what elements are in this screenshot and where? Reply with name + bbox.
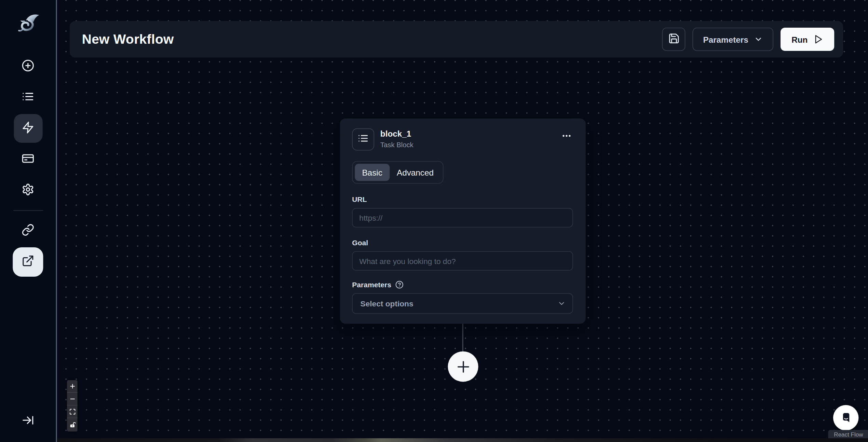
canvas-controls [67, 380, 78, 432]
chat-bubble-icon [839, 411, 853, 425]
circle-plus-icon [22, 59, 34, 74]
url-input[interactable] [352, 208, 573, 227]
sidebar-collapse-button[interactable] [14, 407, 42, 436]
chevron-down-icon [557, 299, 566, 307]
zoom-out-button[interactable] [67, 393, 78, 405]
parameters-button[interactable]: Parameters [693, 28, 773, 51]
link-icon [22, 223, 34, 238]
sidebar-item-integrations[interactable] [14, 216, 42, 245]
zoom-in-icon [69, 383, 76, 389]
external-link-icon [22, 254, 34, 270]
task-block-node[interactable]: block_1 Task Block Basic Advanced URL Go… [340, 119, 586, 324]
header-actions: Parameters Run [662, 28, 835, 51]
flow-canvas[interactable]: New Workflow Parameters Run [57, 0, 868, 442]
sidebar-item-create[interactable] [14, 52, 42, 81]
play-icon [813, 34, 823, 44]
chat-widget-button[interactable] [833, 405, 859, 431]
sidebar-divider [13, 210, 43, 211]
sidebar-item-settings[interactable] [14, 176, 42, 205]
sidebar-nav [0, 50, 56, 277]
ellipsis-icon [561, 133, 572, 143]
save-icon [668, 33, 680, 46]
dragon-logo[interactable] [14, 12, 42, 41]
flow-edge [462, 324, 463, 353]
fit-view-icon [69, 408, 76, 415]
collapse-right-icon [22, 414, 34, 429]
sidebar [0, 0, 57, 442]
block-type-label: Task Block [380, 141, 413, 149]
run-button-label: Run [791, 34, 808, 44]
basic-advanced-tabs: Basic Advanced [352, 161, 444, 183]
tab-basic[interactable]: Basic [355, 164, 390, 181]
workflow-title[interactable]: New Workflow [82, 31, 174, 47]
parameters-select-value: Select options [361, 299, 413, 308]
list-icon [357, 133, 368, 146]
unlock-icon [69, 422, 76, 428]
workflow-header: New Workflow Parameters Run [70, 21, 843, 58]
block-menu-button[interactable] [560, 128, 573, 146]
run-button[interactable]: Run [781, 28, 834, 51]
lock-toggle-button[interactable] [67, 418, 78, 432]
fit-view-button[interactable] [67, 405, 78, 418]
block-name[interactable]: block_1 [380, 129, 413, 138]
url-label: URL [352, 195, 573, 204]
node-titles: block_1 Task Block [380, 128, 413, 149]
goal-label: Goal [352, 238, 573, 247]
gear-icon [22, 183, 34, 198]
bottom-edge-strip [57, 438, 868, 442]
parameters-button-label: Parameters [703, 34, 748, 44]
sidebar-item-runs[interactable] [14, 83, 42, 112]
app-window: New Workflow Parameters Run [0, 0, 868, 442]
parameters-select[interactable]: Select options [352, 293, 573, 314]
sidebar-item-workflows[interactable] [14, 114, 42, 143]
block-type-icon-box [352, 128, 374, 151]
save-button[interactable] [662, 28, 686, 51]
chevron-down-icon [754, 35, 763, 44]
sidebar-item-external[interactable] [13, 247, 43, 277]
list-icon [22, 90, 34, 105]
zoom-out-icon [69, 396, 76, 402]
tab-advanced[interactable]: Advanced [390, 164, 441, 181]
goal-input[interactable] [352, 251, 573, 271]
add-block-button[interactable] [448, 351, 478, 382]
node-header: block_1 Task Block [352, 128, 573, 151]
sidebar-item-browser[interactable] [14, 145, 42, 174]
zoom-in-button[interactable] [67, 380, 78, 393]
lightning-icon [22, 121, 34, 136]
card-icon [22, 152, 34, 167]
plus-icon [455, 358, 472, 375]
parameters-label: Parameters [352, 280, 573, 289]
help-circle-icon[interactable] [395, 280, 403, 289]
